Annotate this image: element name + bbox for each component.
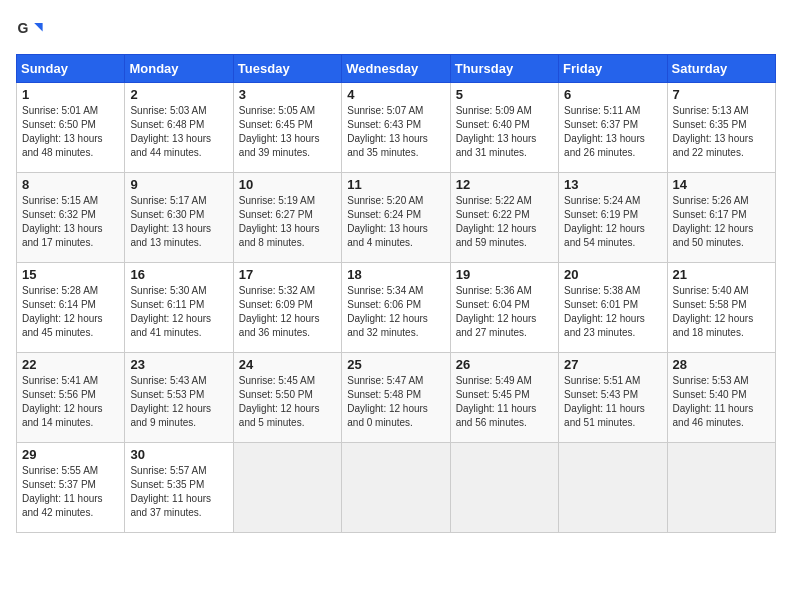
calendar-table: SundayMondayTuesdayWednesdayThursdayFrid…	[16, 54, 776, 533]
sunset-label: Sunset: 6:06 PM	[347, 299, 421, 310]
daylight-label: Daylight: 13 hours and 8 minutes.	[239, 223, 320, 248]
calendar-day-18: 18Sunrise: 5:34 AMSunset: 6:06 PMDayligh…	[342, 263, 450, 353]
weekday-saturday: Saturday	[667, 55, 775, 83]
sunset-label: Sunset: 5:53 PM	[130, 389, 204, 400]
day-info: Sunrise: 5:11 AMSunset: 6:37 PMDaylight:…	[564, 104, 661, 160]
sunset-label: Sunset: 6:37 PM	[564, 119, 638, 130]
calendar-day-15: 15Sunrise: 5:28 AMSunset: 6:14 PMDayligh…	[17, 263, 125, 353]
calendar-day-6: 6Sunrise: 5:11 AMSunset: 6:37 PMDaylight…	[559, 83, 667, 173]
day-info: Sunrise: 5:55 AMSunset: 5:37 PMDaylight:…	[22, 464, 119, 520]
daylight-label: Daylight: 13 hours and 48 minutes.	[22, 133, 103, 158]
sunset-label: Sunset: 6:24 PM	[347, 209, 421, 220]
calendar-day-13: 13Sunrise: 5:24 AMSunset: 6:19 PMDayligh…	[559, 173, 667, 263]
day-number: 24	[239, 357, 336, 372]
daylight-label: Daylight: 12 hours and 59 minutes.	[456, 223, 537, 248]
sunrise-label: Sunrise: 5:43 AM	[130, 375, 206, 386]
daylight-label: Daylight: 11 hours and 46 minutes.	[673, 403, 754, 428]
sunset-label: Sunset: 6:09 PM	[239, 299, 313, 310]
empty-cell	[667, 443, 775, 533]
day-number: 17	[239, 267, 336, 282]
page-header: G	[16, 16, 776, 44]
sunrise-label: Sunrise: 5:17 AM	[130, 195, 206, 206]
calendar-day-7: 7Sunrise: 5:13 AMSunset: 6:35 PMDaylight…	[667, 83, 775, 173]
day-number: 22	[22, 357, 119, 372]
sunset-label: Sunset: 6:27 PM	[239, 209, 313, 220]
sunset-label: Sunset: 6:22 PM	[456, 209, 530, 220]
logo: G	[16, 16, 48, 44]
day-number: 16	[130, 267, 227, 282]
sunrise-label: Sunrise: 5:49 AM	[456, 375, 532, 386]
sunrise-label: Sunrise: 5:57 AM	[130, 465, 206, 476]
day-info: Sunrise: 5:28 AMSunset: 6:14 PMDaylight:…	[22, 284, 119, 340]
empty-cell	[342, 443, 450, 533]
calendar-day-14: 14Sunrise: 5:26 AMSunset: 6:17 PMDayligh…	[667, 173, 775, 263]
sunset-label: Sunset: 5:50 PM	[239, 389, 313, 400]
daylight-label: Daylight: 12 hours and 18 minutes.	[673, 313, 754, 338]
daylight-label: Daylight: 12 hours and 9 minutes.	[130, 403, 211, 428]
weekday-header-row: SundayMondayTuesdayWednesdayThursdayFrid…	[17, 55, 776, 83]
sunset-label: Sunset: 6:48 PM	[130, 119, 204, 130]
sunset-label: Sunset: 5:37 PM	[22, 479, 96, 490]
sunset-label: Sunset: 5:45 PM	[456, 389, 530, 400]
calendar-day-5: 5Sunrise: 5:09 AMSunset: 6:40 PMDaylight…	[450, 83, 558, 173]
daylight-label: Daylight: 13 hours and 44 minutes.	[130, 133, 211, 158]
daylight-label: Daylight: 12 hours and 45 minutes.	[22, 313, 103, 338]
svg-text:G: G	[17, 20, 28, 36]
sunrise-label: Sunrise: 5:11 AM	[564, 105, 640, 116]
calendar-week-row: 22Sunrise: 5:41 AMSunset: 5:56 PMDayligh…	[17, 353, 776, 443]
sunrise-label: Sunrise: 5:09 AM	[456, 105, 532, 116]
day-number: 15	[22, 267, 119, 282]
calendar-day-26: 26Sunrise: 5:49 AMSunset: 5:45 PMDayligh…	[450, 353, 558, 443]
day-number: 23	[130, 357, 227, 372]
sunrise-label: Sunrise: 5:30 AM	[130, 285, 206, 296]
sunset-label: Sunset: 5:56 PM	[22, 389, 96, 400]
day-number: 12	[456, 177, 553, 192]
day-number: 19	[456, 267, 553, 282]
sunset-label: Sunset: 5:35 PM	[130, 479, 204, 490]
daylight-label: Daylight: 12 hours and 27 minutes.	[456, 313, 537, 338]
sunrise-label: Sunrise: 5:55 AM	[22, 465, 98, 476]
daylight-label: Daylight: 12 hours and 32 minutes.	[347, 313, 428, 338]
day-info: Sunrise: 5:01 AMSunset: 6:50 PMDaylight:…	[22, 104, 119, 160]
day-info: Sunrise: 5:57 AMSunset: 5:35 PMDaylight:…	[130, 464, 227, 520]
sunset-label: Sunset: 6:04 PM	[456, 299, 530, 310]
sunrise-label: Sunrise: 5:15 AM	[22, 195, 98, 206]
day-info: Sunrise: 5:03 AMSunset: 6:48 PMDaylight:…	[130, 104, 227, 160]
day-number: 28	[673, 357, 770, 372]
calendar-day-30: 30Sunrise: 5:57 AMSunset: 5:35 PMDayligh…	[125, 443, 233, 533]
sunset-label: Sunset: 6:45 PM	[239, 119, 313, 130]
calendar-day-29: 29Sunrise: 5:55 AMSunset: 5:37 PMDayligh…	[17, 443, 125, 533]
day-info: Sunrise: 5:24 AMSunset: 6:19 PMDaylight:…	[564, 194, 661, 250]
day-number: 9	[130, 177, 227, 192]
day-number: 4	[347, 87, 444, 102]
day-info: Sunrise: 5:40 AMSunset: 5:58 PMDaylight:…	[673, 284, 770, 340]
day-number: 27	[564, 357, 661, 372]
calendar-day-3: 3Sunrise: 5:05 AMSunset: 6:45 PMDaylight…	[233, 83, 341, 173]
sunset-label: Sunset: 6:32 PM	[22, 209, 96, 220]
calendar-day-25: 25Sunrise: 5:47 AMSunset: 5:48 PMDayligh…	[342, 353, 450, 443]
calendar-day-23: 23Sunrise: 5:43 AMSunset: 5:53 PMDayligh…	[125, 353, 233, 443]
calendar-day-12: 12Sunrise: 5:22 AMSunset: 6:22 PMDayligh…	[450, 173, 558, 263]
calendar-day-8: 8Sunrise: 5:15 AMSunset: 6:32 PMDaylight…	[17, 173, 125, 263]
day-info: Sunrise: 5:41 AMSunset: 5:56 PMDaylight:…	[22, 374, 119, 430]
daylight-label: Daylight: 12 hours and 5 minutes.	[239, 403, 320, 428]
sunset-label: Sunset: 6:40 PM	[456, 119, 530, 130]
daylight-label: Daylight: 13 hours and 39 minutes.	[239, 133, 320, 158]
day-number: 1	[22, 87, 119, 102]
daylight-label: Daylight: 11 hours and 42 minutes.	[22, 493, 103, 518]
day-number: 11	[347, 177, 444, 192]
day-info: Sunrise: 5:53 AMSunset: 5:40 PMDaylight:…	[673, 374, 770, 430]
weekday-monday: Monday	[125, 55, 233, 83]
day-number: 14	[673, 177, 770, 192]
calendar-day-22: 22Sunrise: 5:41 AMSunset: 5:56 PMDayligh…	[17, 353, 125, 443]
sunrise-label: Sunrise: 5:03 AM	[130, 105, 206, 116]
daylight-label: Daylight: 13 hours and 26 minutes.	[564, 133, 645, 158]
day-info: Sunrise: 5:26 AMSunset: 6:17 PMDaylight:…	[673, 194, 770, 250]
calendar-week-row: 29Sunrise: 5:55 AMSunset: 5:37 PMDayligh…	[17, 443, 776, 533]
logo-icon: G	[16, 16, 44, 44]
sunset-label: Sunset: 6:01 PM	[564, 299, 638, 310]
sunrise-label: Sunrise: 5:05 AM	[239, 105, 315, 116]
day-number: 7	[673, 87, 770, 102]
day-number: 3	[239, 87, 336, 102]
sunrise-label: Sunrise: 5:20 AM	[347, 195, 423, 206]
